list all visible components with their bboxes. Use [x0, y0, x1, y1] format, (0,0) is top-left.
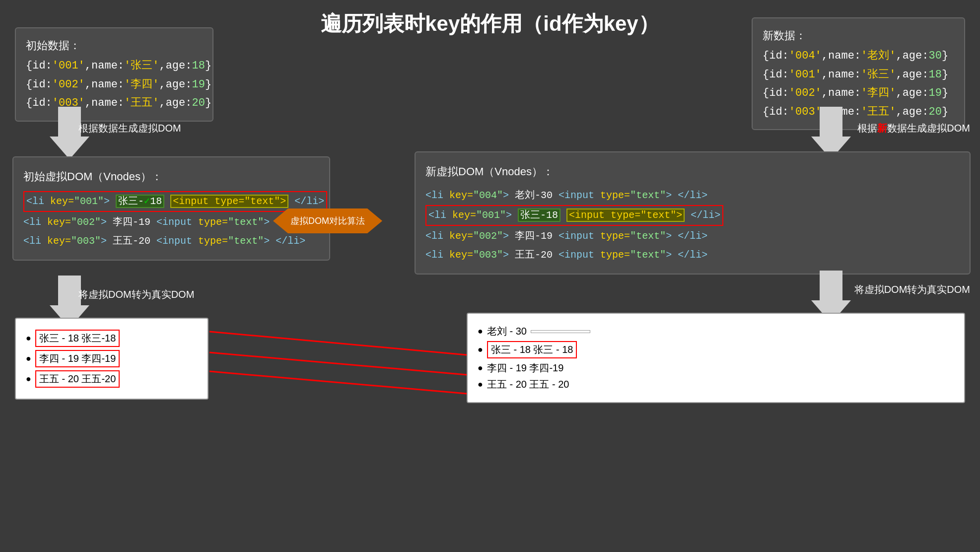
input-highlight-initial: <input type="text"> — [170, 195, 288, 208]
new-data-line-4: {id:'003',name:'王五',age:20} — [763, 103, 954, 121]
name-highlight-initial: 张三-✓18 — [116, 195, 164, 208]
vdom-new-row-2: <li key="001"> 张三-18 <input type="text">… — [425, 205, 723, 226]
new-real-dom-box: ● 老刘 - 30 ● 张三 - 18 张三 - 18 ● 李四 - 19 李四… — [467, 313, 965, 403]
arrow-label-3: 将虚拟DOM转为真实DOM — [78, 288, 194, 301]
initial-data-label: 初始数据： — [26, 36, 203, 55]
svg-line-2 — [210, 371, 467, 394]
real-dom-new-item-2-bordered: 张三 - 18 张三 - 18 — [487, 341, 577, 358]
name-highlight-new: 张三-18 — [518, 208, 560, 222]
page-title: 遍历列表时key的作用（id作为key） — [321, 10, 659, 38]
real-dom-initial-item-2-bordered: 李四 - 19 李四-19 — [35, 350, 120, 367]
compare-algo-label: 虚拟DOM对比算法 — [290, 215, 365, 227]
new-data-label: 新数据： — [763, 26, 954, 45]
arrow-label-1: 根据数据生成虚拟DOM — [78, 122, 181, 135]
real-dom-initial-item-1-bordered: 张三 - 18 张三-18 — [35, 330, 120, 347]
real-dom-initial-item-3-bordered: 王五 - 20 王五-20 — [35, 370, 120, 388]
input-highlight-new: <input type="text"> — [566, 208, 685, 222]
new-vdom-title: 新虚拟DOM（Vnodes）： — [425, 161, 960, 182]
vdom-new-row-3: <li key="002"> 李四-19 <input type="text">… — [425, 227, 960, 246]
initial-data-line-1: {id:'001',name:'张三',age:18} — [26, 57, 203, 75]
real-dom-new-item-4-text: 王五 - 20 王五 - 20 — [487, 378, 569, 391]
arrow-label-4: 将虚拟DOM转为真实DOM — [854, 283, 970, 296]
initial-vdom-title: 初始虚拟DOM（Vnodes）： — [23, 166, 319, 187]
real-dom-new-item-1-input[interactable] — [531, 330, 590, 333]
real-dom-new-item-3-text: 李四 - 19 李四-19 — [487, 361, 563, 375]
vdom-new-row-4: <li key="003"> 王五-20 <input type="text">… — [425, 246, 960, 265]
real-dom-new-item-1-text: 老刘 - 30 — [487, 325, 527, 338]
new-data-line-1: {id:'004',name:'老刘',age:30} — [763, 47, 954, 65]
new-data-line-2: {id:'001',name:'张三',age:18} — [763, 66, 954, 84]
new-data-box: 新数据： {id:'004',name:'老刘',age:30} {id:'00… — [752, 17, 965, 130]
svg-line-1 — [210, 352, 467, 375]
real-dom-new-row-3: ● 李四 - 19 李四-19 — [478, 361, 954, 375]
vdom-new-row-1: <li key="004"> 老刘-30 <input type="text">… — [425, 186, 960, 205]
new-vdom-box: 新虚拟DOM（Vnodes）： <li key="004"> 老刘-30 <in… — [415, 151, 971, 275]
real-dom-initial-row-2: ● 李四 - 19 李四-19 — [26, 350, 198, 367]
real-dom-initial-row-1: ● 张三 - 18 张三-18 — [26, 330, 198, 347]
initial-data-line-2: {id:'002',name:'李四',age:19} — [26, 75, 203, 94]
new-data-line-3: {id:'002',name:'李四',age:19} — [763, 84, 954, 102]
real-dom-initial-row-3: ● 王五 - 20 王五-20 — [26, 370, 198, 388]
svg-line-0 — [210, 332, 467, 355]
initial-real-dom-box: ● 张三 - 18 张三-18 ● 李四 - 19 李四-19 ● 王五 - 2… — [15, 318, 209, 400]
double-arrow-shape: 虚拟DOM对比算法 — [288, 208, 367, 233]
real-dom-new-row-2: ● 张三 - 18 张三 - 18 — [478, 341, 954, 358]
arrow-label-2: 根据新数据生成虚拟DOM — [857, 122, 970, 135]
real-dom-new-row-4: ● 王五 - 20 王五 - 20 — [478, 378, 954, 391]
real-dom-new-row-1: ● 老刘 - 30 — [478, 325, 954, 338]
initial-data-box: 初始数据： {id:'001',name:'张三',age:18} {id:'0… — [15, 27, 213, 122]
compare-algo-arrow: 虚拟DOM对比算法 — [273, 199, 382, 243]
